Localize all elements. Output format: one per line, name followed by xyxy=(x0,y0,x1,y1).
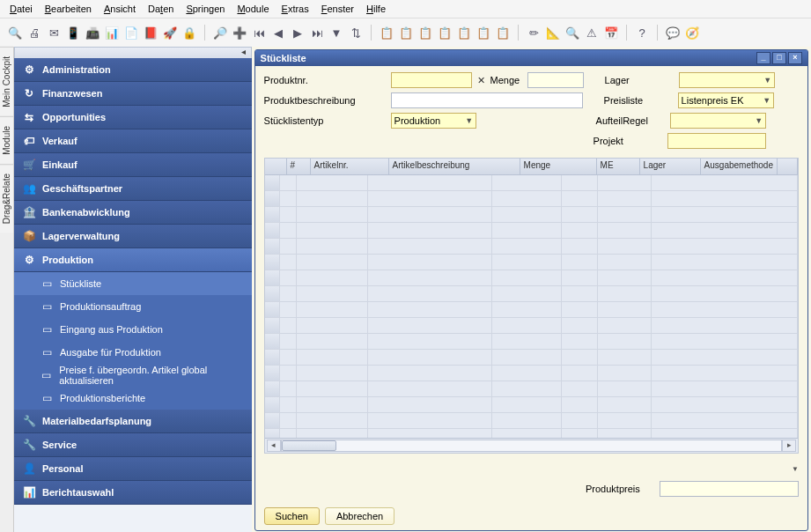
layout-icon[interactable]: 📐 xyxy=(545,25,561,41)
close-icon[interactable]: × xyxy=(788,52,802,64)
word-icon[interactable]: 📄 xyxy=(123,25,139,41)
expand-icon[interactable]: ▼ xyxy=(792,465,799,473)
table-row[interactable] xyxy=(265,366,798,381)
nav-materialbedarfsplanung[interactable]: 🔧Materialbedarfsplanung xyxy=(14,410,252,433)
add-icon[interactable]: ➕ xyxy=(232,25,247,41)
nav-opportunities[interactable]: ⇆Opportunities xyxy=(14,106,252,129)
table-row[interactable] xyxy=(265,223,798,239)
pdf-icon[interactable]: 📕 xyxy=(143,25,159,41)
print-icon[interactable]: 🖨 xyxy=(26,25,42,41)
tab-drag-relate[interactable]: Drag&Relate xyxy=(0,164,13,233)
sms-icon[interactable]: 📱 xyxy=(65,25,81,41)
alert-icon[interactable]: ⚠ xyxy=(584,25,600,41)
help-icon[interactable]: ? xyxy=(634,25,650,41)
table-row[interactable] xyxy=(265,191,798,207)
grid-body[interactable] xyxy=(265,175,798,438)
nav-sub-produktionsberichte[interactable]: ▭Produktionsberichte xyxy=(14,387,252,410)
nav-produktion[interactable]: ⚙Produktion xyxy=(14,248,252,272)
col-ausgabemethode[interactable]: Ausgabemethode xyxy=(701,159,778,174)
window-titlebar[interactable]: Stückliste _ □ × xyxy=(255,50,807,66)
edit-icon[interactable]: ✏ xyxy=(526,25,542,41)
col-num[interactable]: # xyxy=(287,159,311,174)
email-icon[interactable]: ✉ xyxy=(46,25,62,41)
projekt-input[interactable] xyxy=(667,133,766,149)
nav-sub-st-ckliste[interactable]: ▭Stückliste xyxy=(14,272,252,295)
produktnr-input[interactable] xyxy=(391,72,472,88)
table-row[interactable] xyxy=(265,302,798,318)
nav-finanzwesen[interactable]: ↻Finanzwesen xyxy=(14,82,252,106)
menu-fenster[interactable]: Fenster xyxy=(316,2,359,16)
excel-icon[interactable]: 📊 xyxy=(104,25,120,41)
col-menge[interactable]: Menge xyxy=(520,159,597,174)
col-lager[interactable]: Lager xyxy=(640,159,701,174)
launch-icon[interactable]: 🚀 xyxy=(162,25,178,41)
cancel-button[interactable]: Abbrechen xyxy=(325,507,394,525)
filter-icon[interactable]: ▼ xyxy=(328,25,344,41)
doc6-icon[interactable]: 📋 xyxy=(476,25,491,41)
tab-module[interactable]: Module xyxy=(0,116,13,164)
preview-icon[interactable]: 🔍 xyxy=(7,25,23,41)
produktpreis-input[interactable] xyxy=(660,481,799,497)
nav-collapse-button[interactable]: ◂ xyxy=(14,47,252,59)
col-rowhandle[interactable] xyxy=(265,159,287,174)
produktbeschreibung-input[interactable] xyxy=(391,92,583,108)
tab-mein-cockpit[interactable]: Mein Cockpit xyxy=(0,47,13,116)
table-row[interactable] xyxy=(265,270,798,286)
nav-sub-ausgabe-f-r-produktion[interactable]: ▭Ausgabe für Produktion xyxy=(14,341,252,364)
stuecklistentyp-combo[interactable]: Produktion ▼ xyxy=(391,113,476,129)
grid-hscroll[interactable]: ◂ ▸ xyxy=(265,438,798,453)
menu-extras[interactable]: Extras xyxy=(276,2,314,16)
next-record-icon[interactable]: ▶ xyxy=(290,25,306,41)
table-row[interactable] xyxy=(265,318,798,334)
table-row[interactable] xyxy=(265,350,798,366)
doc5-icon[interactable]: 📋 xyxy=(456,25,472,41)
clear-menge-icon[interactable]: ✕ xyxy=(476,75,487,86)
preisliste-combo[interactable]: Listenpreis EK ▼ xyxy=(678,92,774,108)
nav-sub-eingang-aus-produktion[interactable]: ▭Eingang aus Produktion xyxy=(14,318,252,341)
table-row[interactable] xyxy=(265,334,798,350)
context-icon[interactable]: 🧭 xyxy=(684,25,700,41)
last-record-icon[interactable]: ⏭ xyxy=(309,25,325,41)
minimize-icon[interactable]: _ xyxy=(756,52,770,64)
scroll-right-icon[interactable]: ▸ xyxy=(782,440,796,452)
table-row[interactable] xyxy=(265,207,798,223)
nav-verkauf[interactable]: 🏷Verkauf xyxy=(14,129,252,153)
menu-module[interactable]: Module xyxy=(232,2,274,16)
find-icon[interactable]: 🔎 xyxy=(212,25,228,41)
doc7-icon[interactable]: 📋 xyxy=(495,25,511,41)
aufteilregel-combo[interactable]: ▼ xyxy=(670,113,766,129)
nav-gesch-ftspartner[interactable]: 👥Geschäftspartner xyxy=(14,177,252,201)
doc3-icon[interactable]: 📋 xyxy=(417,25,433,41)
fax-icon[interactable]: 📠 xyxy=(85,25,100,41)
menu-daten[interactable]: Daten xyxy=(143,2,179,16)
table-row[interactable] xyxy=(265,286,798,302)
doc4-icon[interactable]: 📋 xyxy=(437,25,453,41)
nav-sub-preise-f-bergeordn-artikel-global-aktualisieren[interactable]: ▭Preise f. übergeordn. Artikel global ak… xyxy=(14,364,252,387)
nav-einkauf[interactable]: 🛒Einkauf xyxy=(14,153,252,177)
nav-berichtauswahl[interactable]: 📊Berichtauswahl xyxy=(14,481,252,505)
nav-sub-produktionsauftrag[interactable]: ▭Produktionsauftrag xyxy=(14,295,252,318)
col-artikelnr[interactable]: Artikelnr. xyxy=(311,159,389,174)
scroll-left-icon[interactable]: ◂ xyxy=(267,440,281,452)
table-row[interactable] xyxy=(265,239,798,255)
nav-lagerverwaltung[interactable]: 📦Lagerverwaltung xyxy=(14,225,252,248)
col-me[interactable]: ME xyxy=(597,159,640,174)
maximize-icon[interactable]: □ xyxy=(772,52,786,64)
table-row[interactable] xyxy=(265,397,798,413)
search-button[interactable]: Suchen xyxy=(264,507,320,525)
nav-personal[interactable]: 👤Personal xyxy=(14,457,252,481)
first-record-icon[interactable]: ⏮ xyxy=(251,25,267,41)
table-row[interactable] xyxy=(265,175,798,191)
table-row[interactable] xyxy=(265,255,798,270)
menu-springen[interactable]: Springen xyxy=(181,2,230,16)
col-artikelbeschreibung[interactable]: Artikelbeschreibung xyxy=(389,159,520,174)
query-icon[interactable]: 🔍 xyxy=(564,25,580,41)
calendar-icon[interactable]: 📅 xyxy=(603,25,619,41)
table-row[interactable] xyxy=(265,429,798,438)
prev-record-icon[interactable]: ◀ xyxy=(270,25,286,41)
menge-input[interactable] xyxy=(527,72,584,88)
menu-datei[interactable]: Datei xyxy=(4,2,38,16)
nav-service[interactable]: 🔧Service xyxy=(14,433,252,457)
messages-icon[interactable]: 💬 xyxy=(665,25,681,41)
sort-icon[interactable]: ⇅ xyxy=(348,25,364,41)
